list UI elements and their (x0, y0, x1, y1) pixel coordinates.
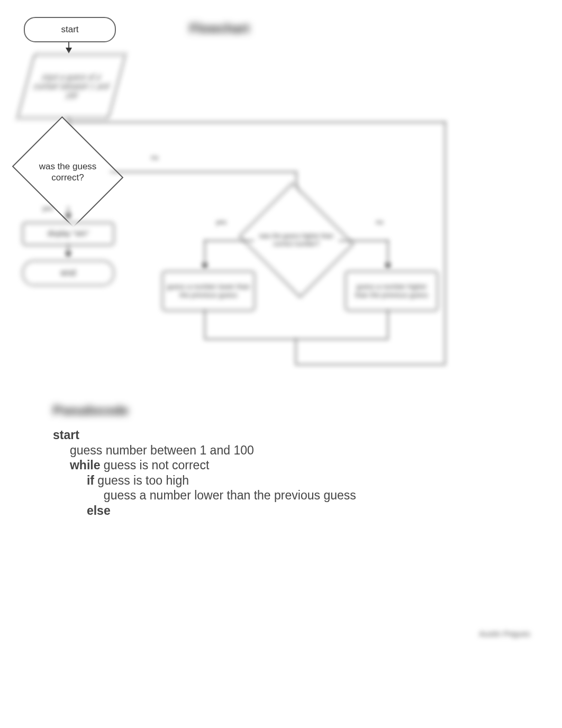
pc-kw-while: while (70, 458, 104, 472)
node-end-label: end (61, 267, 76, 278)
node-process-win-label: display "win" (48, 229, 89, 239)
edge-label-no: no (151, 153, 158, 161)
node-end: end (22, 260, 114, 286)
connector (445, 122, 446, 365)
connector (204, 240, 254, 241)
connector (387, 240, 388, 265)
node-process-lower-label: guess a number lower than the previous g… (166, 283, 251, 300)
node-process-higher: guess a number higher than the previous … (345, 271, 438, 311)
edge-label-yes-2: yes (216, 218, 226, 226)
connector (339, 240, 388, 241)
connector (204, 310, 205, 339)
pc-line-3: guess is not correct (104, 458, 209, 472)
node-decision-higher: was the guess higher than correct number… (254, 203, 339, 277)
node-process-win: display "win" (22, 222, 114, 245)
node-decision-correct: was the guess correct? (25, 138, 110, 206)
node-input: input a guess of a number between 1 and … (17, 54, 126, 119)
pseudocode-block: start guess number between 1 and 100 whi… (53, 427, 356, 518)
document-page: Flowchart start input a guess of a numbe… (0, 0, 562, 728)
pc-line-5: guess a number lower than the previous g… (104, 488, 356, 502)
connector (110, 171, 296, 172)
arrow-down-icon (66, 48, 72, 53)
footer-author: Austin Pegues (479, 629, 530, 638)
node-start: start (24, 17, 116, 42)
node-process-lower: guess a number lower than the previous g… (162, 271, 255, 311)
node-process-higher-label: guess a number higher than the previous … (349, 283, 434, 300)
connector (295, 364, 445, 365)
connector (69, 122, 446, 123)
pc-kw-else: else (87, 504, 111, 517)
arrow-down-icon (65, 214, 71, 220)
arrow-down-icon (65, 252, 71, 258)
node-input-label: input a guess of a number between 1 and … (26, 69, 116, 104)
arrow-down-icon (385, 263, 391, 269)
arrow-down-icon (202, 263, 208, 269)
connector (204, 240, 205, 265)
edge-label-no-2: no (376, 218, 383, 226)
pc-kw-if: if (87, 474, 97, 487)
connector (204, 339, 388, 340)
node-decision-correct-label: was the guess correct? (25, 161, 110, 184)
node-start-label: start (61, 24, 78, 35)
pc-kw-start: start (53, 428, 79, 442)
pc-line-4: guess is too high (97, 474, 189, 487)
pseudocode-heading: Pseudocode (53, 403, 129, 418)
node-decision-higher-label: was the guess higher than correct number… (254, 232, 339, 248)
pc-line-2: guess number between 1 and 100 (70, 443, 254, 457)
connector (295, 339, 296, 364)
connector (387, 310, 388, 339)
edge-label-yes: yes (42, 204, 53, 212)
flowchart-heading: Flowchart (189, 21, 249, 36)
